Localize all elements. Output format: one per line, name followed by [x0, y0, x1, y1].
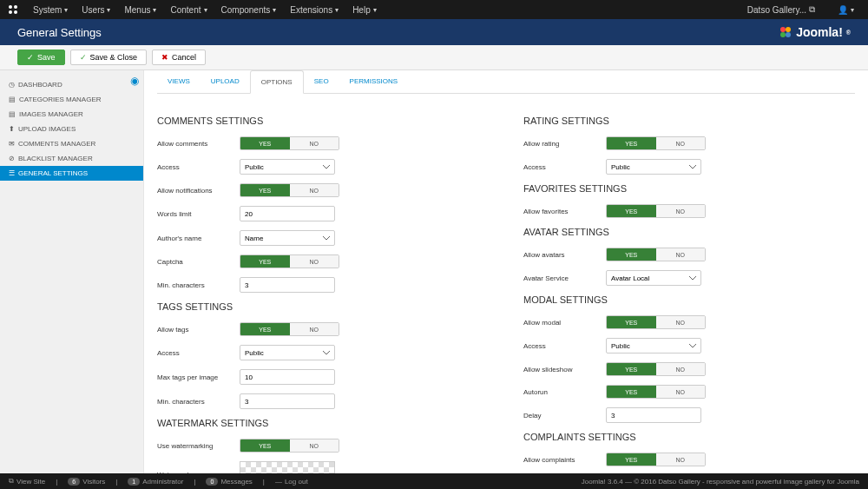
menu-users[interactable]: Users▾ [75, 5, 117, 15]
allow-slideshow-toggle[interactable]: YESNO [606, 362, 706, 376]
complaints-section-title: COMPLAINTS SETTINGS [523, 432, 855, 442]
tab-options[interactable]: OPTIONS [250, 70, 304, 94]
allow-comments-toggle[interactable]: YESNO [240, 136, 339, 150]
favorites-section-title: FAVORITES SETTINGS [523, 183, 855, 194]
menu-components[interactable]: Components▾ [214, 5, 284, 15]
captcha-label: Captcha [157, 258, 240, 266]
sidebar-item-dashboard[interactable]: ◷DASHBOARD [0, 77, 143, 92]
top-menu-bar: System▾ Users▾ Menus▾ Content▾ Component… [0, 0, 868, 19]
visitors-link[interactable]: 6Visitors [68, 478, 105, 486]
avatar-service-select[interactable]: Avatar Local [606, 270, 701, 286]
max-tags-label: Max tags per image [157, 373, 240, 381]
max-tags-input[interactable] [240, 369, 335, 385]
svg-point-0 [9, 5, 12, 9]
avatar-section-title: AVATAR SETTINGS [523, 227, 855, 237]
sidebar: ◉ ◷DASHBOARD ▤CATEGORIES MANAGER ▤IMAGES… [0, 70, 143, 489]
joomla-icon [7, 3, 19, 16]
page-title: General Settings [17, 26, 102, 39]
svg-point-6 [780, 32, 786, 37]
check-icon: ✓ [27, 53, 34, 62]
logout-link[interactable]: —Log out [275, 478, 308, 486]
save-button[interactable]: ✓Save [17, 50, 65, 65]
user-icon: 👤 [838, 5, 848, 15]
svg-point-3 [14, 10, 17, 14]
comments-access-select[interactable]: Public [240, 159, 335, 175]
sidebar-item-upload[interactable]: ⬆UPLOAD IMAGES [0, 122, 143, 136]
folder-icon: ▤ [9, 96, 16, 103]
tab-seo[interactable]: SEO [304, 70, 339, 93]
collapse-icon[interactable]: ◉ [130, 75, 139, 87]
modal-section-title: MODAL SETTINGS [523, 294, 855, 305]
comments-minchars-label: Min. characters [157, 281, 240, 289]
modal-access-label: Access [523, 342, 606, 350]
sidebar-item-images[interactable]: ▤IMAGES MANAGER [0, 107, 143, 122]
cancel-button[interactable]: ✖Cancel [152, 50, 206, 65]
frontend-link[interactable]: Datso Gallery... ⧉ [740, 4, 822, 15]
allow-tags-label: Allow tags [157, 326, 240, 334]
author-name-label: Author's name [157, 235, 240, 242]
svg-point-4 [780, 27, 786, 32]
admin-link[interactable]: 1Administrator [128, 478, 183, 486]
tabs: VIEWS UPLOAD OPTIONS SEO PERMISSIONS [157, 70, 855, 94]
tab-views[interactable]: VIEWS [157, 70, 201, 93]
use-watermark-label: Use watermarking [157, 442, 240, 450]
allow-rating-label: Allow rating [523, 140, 606, 148]
avatar-service-label: Avatar Service [523, 274, 606, 282]
author-name-select[interactable]: Name [240, 230, 335, 246]
external-icon: ⧉ [809, 4, 815, 15]
menu-help[interactable]: Help▾ [345, 5, 384, 15]
autorun-toggle[interactable]: YESNO [606, 385, 706, 399]
upload-icon: ⬆ [9, 125, 15, 133]
tab-upload[interactable]: UPLOAD [201, 70, 250, 93]
captcha-toggle[interactable]: YESNO [240, 254, 339, 268]
menu-system[interactable]: System▾ [26, 5, 75, 15]
sidebar-item-categories[interactable]: ▤CATEGORIES MANAGER [0, 92, 143, 107]
allow-notifications-toggle[interactable]: YESNO [240, 183, 339, 197]
tab-permissions[interactable]: PERMISSIONS [339, 70, 409, 93]
menu-content[interactable]: Content▾ [163, 5, 214, 15]
footer-copyright: Joomla! 3.6.4 — © 2016 Datso Gallery - r… [582, 478, 859, 486]
autorun-label: Autorun [523, 388, 606, 396]
allow-avatars-label: Allow avatars [523, 251, 606, 259]
menu-menus[interactable]: Menus▾ [117, 5, 163, 15]
user-menu[interactable]: 👤▾ [831, 5, 861, 15]
messages-link[interactable]: 0Messages [206, 478, 252, 486]
allow-tags-toggle[interactable]: YESNO [240, 322, 339, 336]
tags-minchars-input[interactable] [240, 393, 335, 409]
allow-favorites-toggle[interactable]: YESNO [606, 204, 706, 218]
allow-notifications-label: Allow notifications [157, 187, 240, 195]
allow-favorites-label: Allow favorites [523, 208, 606, 215]
tags-access-select[interactable]: Public [240, 345, 335, 360]
dashboard-icon: ◷ [9, 81, 15, 89]
allow-rating-toggle[interactable]: YESNO [606, 136, 706, 150]
sidebar-item-general-settings[interactable]: ☰GENERAL SETTINGS [0, 166, 143, 181]
use-watermark-toggle[interactable]: YESNO [240, 439, 339, 453]
comments-section-title: COMMENTS SETTINGS [157, 116, 489, 126]
sidebar-item-comments[interactable]: ✉COMMENTS MANAGER [0, 136, 143, 151]
tags-minchars-label: Min. characters [157, 398, 240, 406]
comment-icon: ✉ [9, 140, 15, 148]
words-limit-input[interactable] [240, 206, 335, 221]
allow-modal-label: Allow modal [523, 319, 606, 327]
allow-complaints-toggle[interactable]: YESNO [606, 453, 706, 466]
joomla-logo: Joomla!® [779, 25, 851, 39]
rating-access-select[interactable]: Public [606, 159, 701, 175]
menu-extensions[interactable]: Extensions▾ [283, 5, 345, 15]
svg-point-1 [14, 5, 17, 9]
tags-access-label: Access [157, 349, 240, 357]
sidebar-item-blacklist[interactable]: ⊘BLACKLIST MANAGER [0, 151, 143, 166]
allow-slideshow-label: Allow slideshow [523, 366, 606, 373]
action-toolbar: ✓Save ✓Save & Close ✖Cancel [0, 45, 868, 70]
check-icon: ✓ [80, 53, 87, 62]
view-site-link[interactable]: ⧉View Site [9, 477, 45, 486]
page-header: General Settings Joomla!® [0, 19, 868, 45]
allow-avatars-toggle[interactable]: YESNO [606, 248, 706, 261]
allow-comments-label: Allow comments [157, 140, 240, 148]
allow-modal-toggle[interactable]: YESNO [606, 315, 706, 329]
delay-input[interactable] [606, 407, 701, 423]
save-close-button[interactable]: ✓Save & Close [70, 50, 148, 65]
logout-icon: — [275, 478, 282, 486]
modal-access-select[interactable]: Public [606, 338, 701, 354]
rating-section-title: RATING SETTINGS [523, 116, 855, 126]
comments-minchars-input[interactable] [240, 277, 335, 293]
